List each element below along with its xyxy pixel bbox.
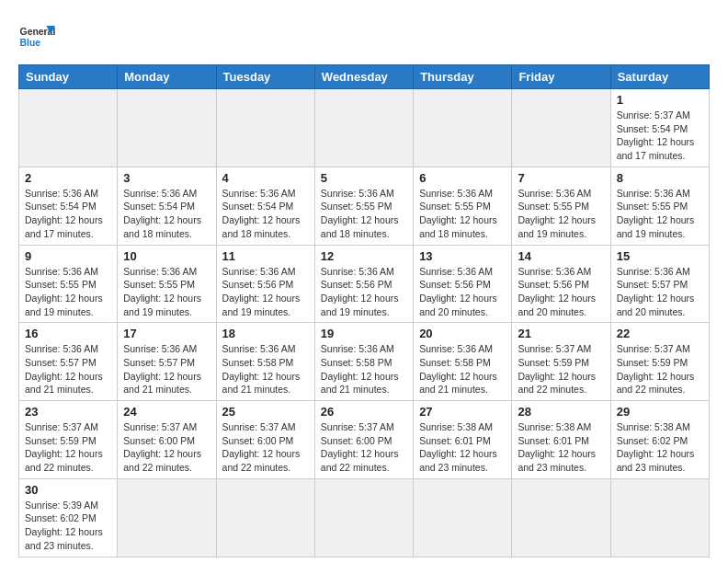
day-number: 24 [123,405,210,419]
day-number: 11 [222,249,309,263]
day-number: 12 [321,249,407,263]
day-info: Sunrise: 5:36 AM Sunset: 5:57 PM Dayligh… [123,342,210,396]
day-number: 6 [419,171,506,185]
calendar-cell [19,89,118,167]
calendar-cell: 10Sunrise: 5:36 AM Sunset: 5:55 PM Dayli… [118,245,216,323]
calendar-cell: 8Sunrise: 5:36 AM Sunset: 5:55 PM Daylig… [610,167,709,245]
calendar-cell: 22Sunrise: 5:37 AM Sunset: 5:59 PM Dayli… [610,323,709,401]
day-info: Sunrise: 5:36 AM Sunset: 5:57 PM Dayligh… [617,265,703,319]
calendar-cell: 26Sunrise: 5:37 AM Sunset: 6:00 PM Dayli… [314,401,413,479]
day-info: Sunrise: 5:36 AM Sunset: 5:56 PM Dayligh… [419,265,506,319]
calendar-cell [118,89,216,167]
day-info: Sunrise: 5:36 AM Sunset: 5:55 PM Dayligh… [518,187,604,241]
week-row-5: 23Sunrise: 5:37 AM Sunset: 5:59 PM Dayli… [19,401,710,479]
day-of-week-sunday: Sunday [19,65,118,89]
day-number: 21 [518,327,604,340]
calendar-cell: 27Sunrise: 5:38 AM Sunset: 6:01 PM Dayli… [414,401,512,479]
page-header: General Blue [18,18,710,55]
day-of-week-saturday: Saturday [610,65,709,89]
day-number: 5 [321,171,407,185]
day-number: 14 [518,249,604,263]
day-info: Sunrise: 5:37 AM Sunset: 6:00 PM Dayligh… [321,420,407,475]
day-info: Sunrise: 5:37 AM Sunset: 5:59 PM Dayligh… [25,420,111,475]
calendar-cell: 13Sunrise: 5:36 AM Sunset: 5:56 PM Dayli… [414,245,512,323]
day-number: 19 [321,327,407,340]
calendar-cell: 16Sunrise: 5:36 AM Sunset: 5:57 PM Dayli… [19,323,118,401]
day-info: Sunrise: 5:36 AM Sunset: 5:58 PM Dayligh… [419,342,506,396]
calendar-cell: 15Sunrise: 5:36 AM Sunset: 5:57 PM Dayli… [610,245,709,323]
day-number: 7 [518,171,604,185]
day-info: Sunrise: 5:36 AM Sunset: 5:55 PM Dayligh… [25,265,111,319]
day-info: Sunrise: 5:36 AM Sunset: 5:56 PM Dayligh… [222,265,309,319]
logo: General Blue [18,18,55,55]
day-number: 9 [25,249,111,263]
day-info: Sunrise: 5:36 AM Sunset: 5:55 PM Dayligh… [617,187,703,241]
day-info: Sunrise: 5:36 AM Sunset: 5:54 PM Dayligh… [222,187,309,241]
day-info: Sunrise: 5:38 AM Sunset: 6:02 PM Dayligh… [617,420,703,475]
week-row-3: 9Sunrise: 5:36 AM Sunset: 5:55 PM Daylig… [19,245,710,323]
day-number: 15 [617,249,703,263]
calendar-cell: 24Sunrise: 5:37 AM Sunset: 6:00 PM Dayli… [118,401,216,479]
week-row-4: 16Sunrise: 5:36 AM Sunset: 5:57 PM Dayli… [19,323,710,401]
calendar-cell: 6Sunrise: 5:36 AM Sunset: 5:55 PM Daylig… [414,167,512,245]
day-info: Sunrise: 5:36 AM Sunset: 5:55 PM Dayligh… [419,187,506,241]
day-info: Sunrise: 5:39 AM Sunset: 6:02 PM Dayligh… [25,499,111,553]
day-info: Sunrise: 5:36 AM Sunset: 5:58 PM Dayligh… [321,342,407,396]
day-number: 28 [518,405,604,419]
calendar-cell [512,478,610,557]
calendar-cell [414,89,512,167]
calendar-cell: 11Sunrise: 5:36 AM Sunset: 5:56 PM Dayli… [216,245,314,323]
calendar-cell: 5Sunrise: 5:36 AM Sunset: 5:55 PM Daylig… [314,167,413,245]
day-info: Sunrise: 5:38 AM Sunset: 6:01 PM Dayligh… [419,420,506,475]
day-number: 10 [123,249,210,263]
day-info: Sunrise: 5:38 AM Sunset: 6:01 PM Dayligh… [518,420,604,475]
calendar-cell [610,478,709,557]
calendar-cell: 9Sunrise: 5:36 AM Sunset: 5:55 PM Daylig… [19,245,118,323]
calendar-cell [216,89,314,167]
day-of-week-thursday: Thursday [414,65,512,89]
week-row-1: 1Sunrise: 5:37 AM Sunset: 5:54 PM Daylig… [19,89,710,167]
day-number: 30 [25,483,111,497]
day-number: 4 [222,171,309,185]
day-of-week-wednesday: Wednesday [314,65,413,89]
day-info: Sunrise: 5:37 AM Sunset: 6:00 PM Dayligh… [222,420,309,475]
day-number: 2 [25,171,111,185]
calendar-cell: 3Sunrise: 5:36 AM Sunset: 5:54 PM Daylig… [118,167,216,245]
calendar-cell: 1Sunrise: 5:37 AM Sunset: 5:54 PM Daylig… [610,89,709,167]
day-info: Sunrise: 5:36 AM Sunset: 5:58 PM Dayligh… [222,342,309,396]
day-of-week-monday: Monday [118,65,216,89]
day-info: Sunrise: 5:36 AM Sunset: 5:55 PM Dayligh… [123,265,210,319]
logo-icon: General Blue [18,18,55,55]
calendar-cell: 7Sunrise: 5:36 AM Sunset: 5:55 PM Daylig… [512,167,610,245]
day-number: 17 [123,327,210,340]
calendar-table: SundayMondayTuesdayWednesdayThursdayFrid… [18,64,710,557]
day-info: Sunrise: 5:37 AM Sunset: 5:59 PM Dayligh… [617,342,703,396]
calendar-cell: 19Sunrise: 5:36 AM Sunset: 5:58 PM Dayli… [314,323,413,401]
calendar-cell: 20Sunrise: 5:36 AM Sunset: 5:58 PM Dayli… [414,323,512,401]
calendar-cell: 30Sunrise: 5:39 AM Sunset: 6:02 PM Dayli… [19,478,118,557]
calendar-cell: 28Sunrise: 5:38 AM Sunset: 6:01 PM Dayli… [512,401,610,479]
calendar-cell [118,478,216,557]
day-info: Sunrise: 5:36 AM Sunset: 5:55 PM Dayligh… [321,187,407,241]
calendar-cell: 17Sunrise: 5:36 AM Sunset: 5:57 PM Dayli… [118,323,216,401]
day-number: 25 [222,405,309,419]
week-row-6: 30Sunrise: 5:39 AM Sunset: 6:02 PM Dayli… [19,478,710,557]
day-info: Sunrise: 5:37 AM Sunset: 5:59 PM Dayligh… [518,342,604,396]
calendar-cell: 4Sunrise: 5:36 AM Sunset: 5:54 PM Daylig… [216,167,314,245]
calendar-cell: 12Sunrise: 5:36 AM Sunset: 5:56 PM Dayli… [314,245,413,323]
calendar-cell: 14Sunrise: 5:36 AM Sunset: 5:56 PM Dayli… [512,245,610,323]
day-info: Sunrise: 5:36 AM Sunset: 5:56 PM Dayligh… [518,265,604,319]
day-of-week-tuesday: Tuesday [216,65,314,89]
day-number: 8 [617,171,703,185]
day-number: 23 [25,405,111,419]
day-info: Sunrise: 5:36 AM Sunset: 5:54 PM Dayligh… [123,187,210,241]
week-row-2: 2Sunrise: 5:36 AM Sunset: 5:54 PM Daylig… [19,167,710,245]
day-info: Sunrise: 5:37 AM Sunset: 5:54 PM Dayligh… [617,109,703,163]
calendar-cell [314,89,413,167]
day-number: 27 [419,405,506,419]
day-info: Sunrise: 5:37 AM Sunset: 6:00 PM Dayligh… [123,420,210,475]
calendar-cell: 18Sunrise: 5:36 AM Sunset: 5:58 PM Dayli… [216,323,314,401]
calendar-cell: 21Sunrise: 5:37 AM Sunset: 5:59 PM Dayli… [512,323,610,401]
calendar-cell: 23Sunrise: 5:37 AM Sunset: 5:59 PM Dayli… [19,401,118,479]
day-number: 3 [123,171,210,185]
